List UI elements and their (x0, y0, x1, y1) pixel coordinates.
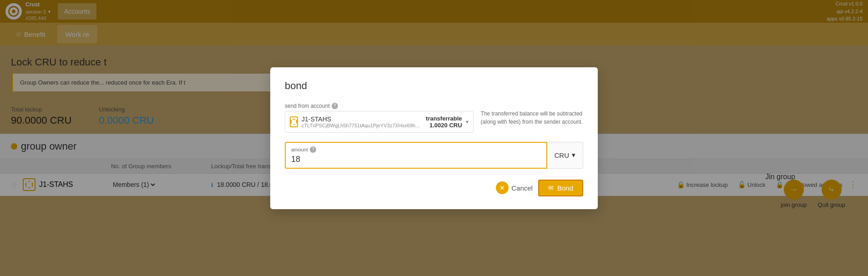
account-dropdown-icon[interactable]: ▾ (466, 119, 469, 125)
amount-input[interactable] (291, 155, 541, 164)
account-box-icon (290, 116, 298, 127)
transferrable-info: transferrable 1.0020 CRU (423, 115, 462, 129)
cancel-circle-icon: ✕ (496, 181, 509, 194)
amount-box: amount ? (285, 142, 547, 169)
modal-title: bond (285, 80, 583, 92)
cancel-button[interactable]: ✕ Cancel (496, 181, 533, 194)
account-box-details: J1-STAHS cTLTnPSCjBWgLh5h7751tAqu1PjeYV3… (302, 115, 419, 128)
amount-help-icon[interactable]: ? (310, 146, 316, 153)
bond-button[interactable]: ✉ Bond (538, 180, 583, 196)
send-from-left: send from account ? J1-STAHS cTLTnPSCjBW… (285, 103, 474, 133)
send-from-label: send from account ? (285, 103, 474, 109)
currency-dropdown-icon: ▾ (572, 151, 575, 159)
send-from-row: send from account ? J1-STAHS cTLTnPSCjBW… (285, 103, 583, 133)
modal-footer: ✕ Cancel ✉ Bond (285, 180, 583, 196)
amount-row: amount ? CRU ▾ (285, 142, 583, 169)
modal-account-name: J1-STAHS (302, 115, 419, 123)
currency-selector[interactable]: CRU ▾ (547, 142, 584, 169)
send-from-help-icon[interactable]: ? (332, 103, 338, 109)
currency-label: CRU (555, 151, 570, 159)
send-from-note: The transferred balance will be subtract… (481, 110, 583, 126)
send-from-account-box: J1-STAHS cTLTnPSCjBWgLh5h7751tAqu1PjeYV3… (285, 111, 474, 133)
modal-overlay: bond send from account ? J1-STAHS cTLTnP… (0, 0, 868, 276)
amount-label: amount ? (291, 146, 541, 153)
bond-send-icon: ✉ (548, 184, 554, 191)
bond-modal: bond send from account ? J1-STAHS cTLTnP… (270, 67, 598, 209)
modal-account-address: cTLTnPSCjBWgLh5h7751tAqu1PjeYV3z7XHsx69h… (302, 123, 419, 128)
